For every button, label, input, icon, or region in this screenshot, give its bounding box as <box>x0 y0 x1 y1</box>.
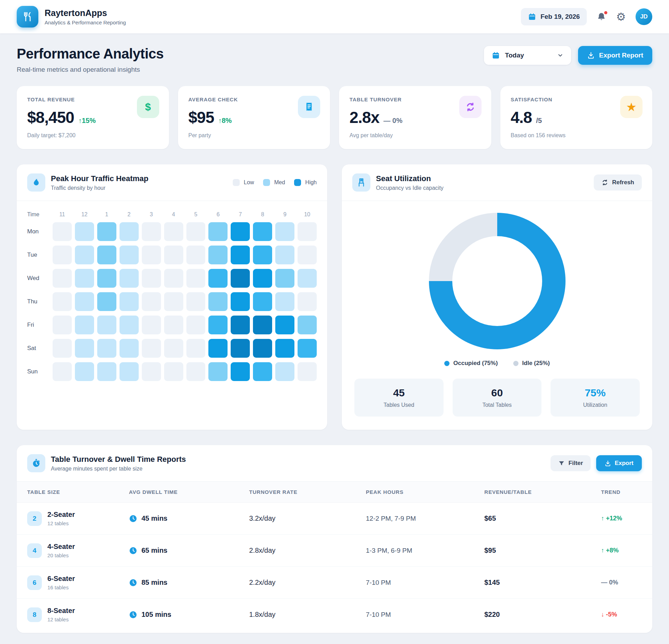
report-subtitle: Average minutes spent per table size <box>51 466 186 472</box>
donut-hole <box>452 236 542 326</box>
revenue-cell: $95 <box>484 546 601 554</box>
download-icon <box>587 52 595 59</box>
table-size-cell: 8 8-Seater 12 tables <box>27 607 129 622</box>
table-size-name: 8-Seater <box>47 607 75 615</box>
col-header-avg-dwell-time: AVG DWELL TIME <box>129 489 249 495</box>
kpi-value: $95 <box>189 108 214 127</box>
trend-cell: — 0% <box>601 579 642 586</box>
kpi-card-total-revenue: TOTAL REVENUE $8,450 ↑15% Daily target: … <box>17 86 169 149</box>
heatmap-hour-label: 3 <box>142 211 161 218</box>
turnover-rate-cell: 3.2x/day <box>249 514 366 522</box>
stat-utilization: 75% Utilization <box>551 379 640 417</box>
size-badge: 2 <box>27 511 42 526</box>
chevron-down-icon <box>557 52 563 59</box>
heatmap-cell <box>164 246 183 264</box>
refresh-icon <box>465 102 476 112</box>
heatmap-cell <box>164 316 183 334</box>
heatmap-cell <box>253 269 272 288</box>
user-avatar[interactable]: JD <box>636 8 652 25</box>
peak-hours-cell: 12-2 PM, 7-9 PM <box>366 515 484 522</box>
heatmap-cell <box>298 269 317 288</box>
topbar-actions: Feb 19, 2026 ⚙ JD <box>521 8 652 25</box>
heatmap-hour-label: 10 <box>298 211 317 218</box>
page-title: Performance Analytics <box>17 46 164 62</box>
table-row: 4 4-Seater 20 tables 65 mins 2.8x/day 1-… <box>17 535 652 567</box>
export-report-button[interactable]: Export Report <box>578 46 652 65</box>
heatmap-cell <box>75 339 94 358</box>
report-column-headers: TABLE SIZE AVG DWELL TIME TURNOVER RATE … <box>17 482 652 503</box>
table-row: 8 8-Seater 12 tables 105 mins 1.8x/day 7… <box>17 599 652 633</box>
heatmap-day-label: Wed <box>27 275 49 282</box>
refresh-icon <box>601 179 608 186</box>
notifications-button[interactable] <box>597 12 606 22</box>
heatmap-cell <box>75 292 94 311</box>
peak-hours-cell: 7-10 PM <box>366 579 484 587</box>
heatmap-day-label: Mon <box>27 228 49 235</box>
heatmap-hour-label: 1 <box>97 211 116 218</box>
export-button[interactable]: Export <box>596 455 642 471</box>
turnover-rate-cell: 2.2x/day <box>249 579 366 587</box>
heatmap-cell <box>186 362 206 381</box>
report-rows: 2 2-Seater 12 tables 45 mins 3.2x/day 12… <box>17 503 652 633</box>
heatmap-cell <box>231 222 250 241</box>
dwell-time-cell: 105 mins <box>129 611 249 619</box>
heatmap-cell <box>253 246 272 264</box>
heatmap-cell <box>186 246 206 264</box>
date-chip[interactable]: Feb 19, 2026 <box>521 8 587 25</box>
heatmap-cell <box>120 269 139 288</box>
idle-dot <box>513 361 518 366</box>
col-header-revenue-table: REVENUE/TABLE <box>484 489 601 495</box>
kpi-icon-chip <box>298 96 320 118</box>
heatmap-hour-label: 9 <box>275 211 294 218</box>
heatmap-cell <box>231 269 250 288</box>
heatmap-cell <box>97 269 116 288</box>
heatmap-cell <box>208 246 228 264</box>
table-size-name: 6-Seater <box>47 575 75 583</box>
heatmap-cell <box>53 269 72 288</box>
kpi-card-table-turnover: TABLE TURNOVER 2.8x — 0% Avg per table/d… <box>339 86 491 149</box>
table-size-cell: 4 4-Seater 20 tables <box>27 543 129 558</box>
app-logo <box>17 6 38 28</box>
settings-button[interactable]: ⚙ <box>616 11 626 22</box>
kpi-value: $8,450 <box>27 108 74 127</box>
heatmap-cell <box>298 246 317 264</box>
occupied-legend-label: Occupied (75%) <box>453 360 498 367</box>
heatmap-cell <box>253 222 272 241</box>
heatmap-cell <box>97 362 116 381</box>
page-header: Performance Analytics Real-time metrics … <box>17 46 652 73</box>
heatmap-cell <box>97 292 116 311</box>
filter-button[interactable]: Filter <box>551 455 591 471</box>
heatmap-cell <box>298 222 317 241</box>
refresh-button[interactable]: Refresh <box>594 174 642 191</box>
heatmap-cell <box>75 316 94 334</box>
heatmap-cell <box>208 222 228 241</box>
seat-title: Seat Utilization <box>376 174 444 183</box>
kpi-card-satisfaction: SATISFACTION 4.8 /5 Based on 156 reviews… <box>500 86 653 149</box>
heatmap-cell <box>97 222 116 241</box>
table-row: 2 2-Seater 12 tables 45 mins 3.2x/day 12… <box>17 503 652 535</box>
legend-swatch-high <box>294 179 301 186</box>
date-range-select[interactable]: Today <box>484 46 571 65</box>
heatmap-cell <box>298 316 317 334</box>
col-header-peak-hours: PEAK HOURS <box>366 489 484 495</box>
heatmap-cell <box>208 269 228 288</box>
heatmap-legend: Low Med High <box>228 179 317 186</box>
trend-cell: ↑ +12% <box>601 515 642 522</box>
table-size-cell: 2 2-Seater 12 tables <box>27 511 129 526</box>
kpi-card-average-check: AVERAGE CHECK $95 ↑8% Per party <box>178 86 330 149</box>
kpi-value: 4.8 <box>511 108 532 127</box>
download-icon <box>605 460 611 467</box>
app-name: RaytertonApps <box>45 8 126 18</box>
calendar-icon <box>492 51 500 60</box>
report-table-card: Table Turnover & Dwell Time Reports Aver… <box>17 445 652 633</box>
receipt-icon <box>304 102 314 112</box>
size-badge: 6 <box>27 575 42 590</box>
stopwatch-icon <box>31 458 41 468</box>
kpi-note: Avg per table/day <box>349 132 481 139</box>
kpi-icon-chip: ★ <box>620 96 643 118</box>
heatmap-hour-label: 5 <box>186 211 206 218</box>
revenue-cell: $65 <box>484 514 601 522</box>
heatmap-hour-label: 8 <box>253 211 272 218</box>
table-row: 6 6-Seater 16 tables 85 mins 2.2x/day 7-… <box>17 567 652 599</box>
heatmap-cell <box>75 222 94 241</box>
